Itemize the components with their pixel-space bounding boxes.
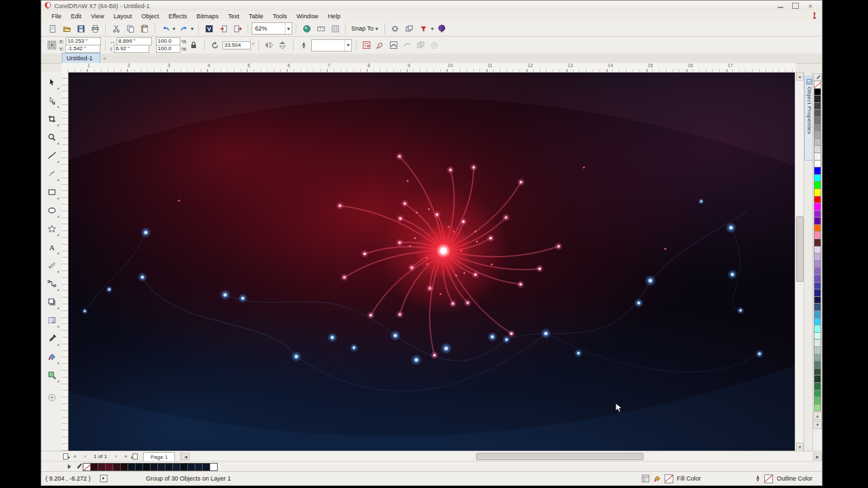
rotation-angle-field[interactable]: 33.504 [222, 41, 251, 49]
palette-scroll-down-icon[interactable]: ▼ [813, 421, 822, 429]
add-page-icon[interactable] [130, 452, 139, 461]
get-more-button[interactable] [435, 22, 449, 35]
save-button[interactable] [74, 22, 87, 35]
tool-shape[interactable] [43, 92, 60, 109]
menu-item-edit[interactable]: Edit [66, 12, 87, 20]
last-page-icon[interactable]: » [121, 452, 130, 461]
redo-button[interactable] [177, 22, 191, 35]
zoom-level-combo[interactable]: 62%▼ [252, 22, 292, 35]
vertical-scrollbar[interactable]: ▲ ▼ [795, 72, 804, 451]
export-button[interactable] [231, 22, 244, 35]
menu-item-file[interactable]: File [47, 12, 66, 20]
minimize-button[interactable] [776, 2, 785, 9]
copy-button[interactable] [123, 22, 137, 35]
open-button[interactable] [60, 22, 73, 35]
object-position-icon[interactable] [45, 39, 58, 52]
show-rulers-button[interactable] [314, 22, 328, 35]
restore-button[interactable] [791, 2, 800, 9]
tool-transparency[interactable] [43, 311, 60, 329]
swatch-none[interactable] [83, 463, 91, 471]
palette-flyout-icon[interactable] [64, 464, 74, 470]
menu-item-object[interactable]: Object [136, 12, 163, 20]
tool-ellipse[interactable] [43, 201, 60, 219]
group-button[interactable] [415, 39, 427, 52]
add-page-icon[interactable] [62, 452, 71, 461]
snap-to-dropdown[interactable]: Snap To▼ [349, 25, 381, 32]
full-screen-preview-button[interactable] [300, 22, 313, 35]
menu-item-view[interactable]: View [86, 12, 108, 20]
tool-connector[interactable] [43, 274, 60, 292]
tool-pick[interactable] [43, 73, 60, 91]
tool-polygon[interactable] [43, 220, 60, 237]
fill-none-swatch[interactable] [665, 474, 673, 483]
outline-width-combo[interactable]: ▼ [311, 39, 352, 52]
tool-text[interactable]: A [43, 238, 60, 256]
palette-scroll-up-icon[interactable]: ▲ [813, 412, 822, 420]
menu-item-text[interactable]: Text [223, 12, 244, 20]
duplicate-button[interactable] [403, 22, 416, 35]
text-properties-button[interactable] [374, 39, 387, 52]
lock-ratio-button[interactable] [188, 39, 200, 52]
convert-to-curves-button[interactable] [388, 39, 400, 52]
vertical-ruler[interactable] [62, 72, 68, 451]
tool-artistic-media[interactable] [43, 165, 60, 182]
tool-zoom[interactable] [43, 128, 60, 146]
vertical-scroll-thumb[interactable] [796, 216, 804, 282]
tool-parallel-dimension[interactable] [43, 256, 60, 274]
tool-interactive-fill[interactable] [43, 348, 60, 365]
object-height-field[interactable]: 6.92 " [114, 45, 149, 53]
chevron-down-icon[interactable]: ▼ [430, 26, 435, 31]
new-document-button[interactable] [45, 22, 59, 35]
doc-color-swatch[interactable] [210, 463, 218, 471]
page-tab[interactable]: Page 1 [143, 452, 175, 462]
chevron-down-icon[interactable]: ▼ [172, 26, 176, 31]
options-button[interactable] [389, 22, 402, 35]
print-button[interactable] [88, 22, 102, 35]
tool-drop-shadow[interactable] [43, 293, 60, 310]
fill-bucket-icon[interactable] [653, 474, 661, 483]
menu-item-help[interactable]: Help [323, 12, 345, 20]
horizontal-scrollbar[interactable]: ◀ ▶ [180, 452, 822, 461]
import-button[interactable] [216, 22, 230, 35]
scroll-left-icon[interactable]: ◀ [181, 453, 190, 460]
scroll-up-icon[interactable]: ▲ [796, 72, 804, 81]
outline-pen-icon[interactable] [755, 474, 761, 483]
launcher-button[interactable] [417, 22, 431, 35]
undo-button[interactable] [159, 22, 172, 35]
new-tab-button[interactable]: ＋ [100, 54, 110, 63]
cut-button[interactable] [109, 22, 123, 35]
previous-page-icon[interactable]: ‹ [81, 452, 90, 461]
tool-rectangle[interactable] [43, 183, 60, 201]
close-button[interactable]: × [806, 2, 815, 9]
menu-item-bitmaps[interactable]: Bitmaps [192, 12, 224, 20]
document-tab[interactable]: Untitled-1 [62, 53, 100, 63]
scale-v-field[interactable]: 100.0 [156, 45, 180, 53]
horizontal-ruler[interactable]: 1234567891011121314151617 [62, 63, 795, 73]
combine-button[interactable] [401, 39, 414, 52]
show-grid-button[interactable] [328, 22, 342, 35]
upgrade-icon[interactable] [811, 12, 818, 20]
tool-color-eyedropper[interactable] [43, 329, 60, 347]
scroll-right-icon[interactable]: ▶ [813, 453, 822, 460]
search-content-button[interactable] [202, 22, 216, 35]
wrap-text-button[interactable] [361, 39, 373, 52]
mirror-vertical-button[interactable] [277, 39, 289, 52]
tool-crop[interactable] [43, 110, 60, 127]
tool-freehand[interactable] [43, 146, 60, 164]
menu-item-tools[interactable]: Tools [268, 12, 292, 20]
paste-button[interactable] [138, 22, 151, 35]
palette-eyedropper-icon[interactable] [74, 463, 83, 470]
first-page-icon[interactable]: « [71, 452, 79, 461]
drawing-canvas[interactable] [68, 73, 800, 451]
swatch-none[interactable] [814, 81, 821, 89]
menu-item-window[interactable]: Window [292, 12, 323, 20]
add-tools-button[interactable] [43, 388, 60, 406]
next-page-icon[interactable]: › [111, 452, 120, 461]
document-info-icon[interactable] [642, 474, 650, 483]
mirror-horizontal-button[interactable] [263, 39, 275, 52]
y-position-field[interactable]: -1.542 " [65, 45, 100, 53]
menu-item-effects[interactable]: Effects [163, 12, 191, 20]
tool-smart-fill[interactable] [43, 366, 60, 384]
title-bar[interactable]: CorelDRAW X7 (64-Bit) - Untitled-1 × [41, 1, 822, 11]
more-options-button[interactable] [429, 39, 441, 52]
